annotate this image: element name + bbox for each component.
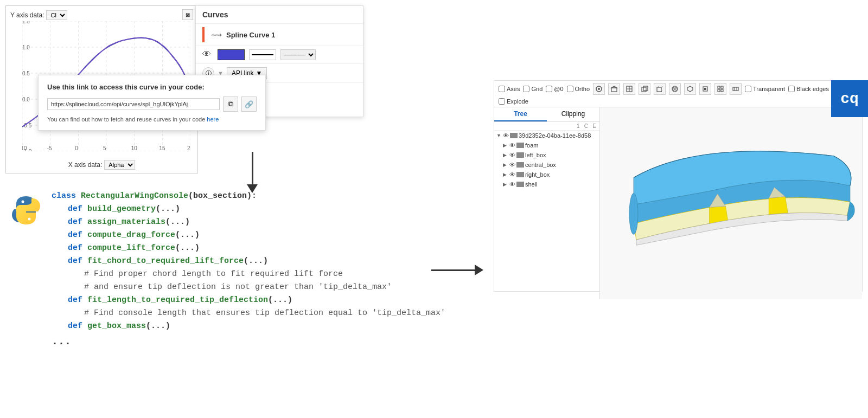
svg-rect-20 xyxy=(718,86,720,88)
viewer-tree-panel: Tree Clipping 1 C E ▼ 👁 39d2352e-04ba-11… xyxy=(494,107,600,299)
line-style-preview xyxy=(249,49,276,60)
explode-checkbox[interactable] xyxy=(499,98,505,105)
view-icon-4[interactable] xyxy=(639,83,650,95)
python-logo xyxy=(10,194,42,227)
svg-rect-4 xyxy=(611,88,617,92)
chevron-right-icon: ▶ xyxy=(503,172,508,177)
eye-icon: 👁 xyxy=(503,132,509,139)
code-line-6: def fit_chord_to_required_lift_force(...… xyxy=(52,255,445,268)
tab-clipping[interactable]: Clipping xyxy=(547,107,599,121)
svg-point-0 xyxy=(22,201,24,203)
wing-3d-svg xyxy=(600,107,862,299)
tree-item-label: right_box xyxy=(525,171,550,178)
keyword-class: class xyxy=(52,191,76,201)
eye-icon: 👁 xyxy=(509,181,515,188)
code-line-11: def get_box_mass(...) xyxy=(52,320,445,333)
chart-expand-button[interactable]: ⊠ xyxy=(182,9,193,20)
transparent-checkbox[interactable] xyxy=(745,86,751,92)
ortho-checkbox[interactable] xyxy=(567,86,573,92)
y-axis-select[interactable]: Cl xyxy=(46,10,67,20)
code-line-12: ... xyxy=(52,333,445,350)
axes-checkbox-label[interactable]: Axes xyxy=(499,86,520,92)
svg-rect-23 xyxy=(721,89,723,92)
view-icon-8[interactable] xyxy=(699,83,711,95)
visibility-eye-icon[interactable]: 👁 xyxy=(202,49,213,60)
code-line-4: def compute_drag_force(...) xyxy=(52,229,445,242)
explode-checkbox-label[interactable]: Explode xyxy=(499,98,528,105)
chevron-right-icon: ▶ xyxy=(503,143,508,148)
tree-item-root[interactable]: ▼ 👁 39d2352e-04ba-11ee-8d58 xyxy=(494,131,599,140)
svg-rect-11 xyxy=(657,87,661,92)
viewer-toolbar: Axes Grid @0 Ortho xyxy=(494,81,862,107)
black-edges-checkbox[interactable] xyxy=(788,86,795,92)
x-axis-label: X axis data: Alpha xyxy=(68,160,136,170)
svg-point-3 xyxy=(598,88,600,90)
curve-item: ⟿ Spline Curve 1 xyxy=(196,24,363,46)
curve-color-picker[interactable] xyxy=(218,49,245,60)
code-block: class RectangularWingConsole(box_section… xyxy=(52,190,445,350)
view-icon-9[interactable] xyxy=(714,83,726,95)
at0-checkbox-label[interactable]: @0 xyxy=(546,86,563,92)
svg-line-13 xyxy=(661,86,662,87)
at0-checkbox[interactable] xyxy=(546,86,552,92)
svg-marker-17 xyxy=(687,86,693,92)
code-line-2: def build_geometry(...) xyxy=(52,203,445,216)
transparent-checkbox-label[interactable]: Transparent xyxy=(745,86,785,92)
eye-icon: 👁 xyxy=(509,152,515,158)
svg-point-27 xyxy=(629,194,638,235)
api-popup-title: Use this link to access this curve in yo… xyxy=(47,83,257,91)
line-style-select[interactable]: ───── xyxy=(280,49,316,60)
eye-icon: 👁 xyxy=(509,171,515,178)
tree-cube-icon xyxy=(516,172,524,177)
curves-panel-title: Curves xyxy=(196,6,363,24)
tree-item-central-box[interactable]: ▶ 👁 central_box xyxy=(494,160,599,170)
api-url-input[interactable] xyxy=(47,98,220,110)
code-line-10: # Find console length that ensures tip d… xyxy=(52,307,445,320)
arrow-down xyxy=(247,152,258,193)
copy-icon[interactable]: ⧉ xyxy=(223,97,238,112)
code-line-5: def compute_lift_force(...) xyxy=(52,242,445,255)
link-icon[interactable]: 🔗 xyxy=(241,97,257,112)
axes-checkbox[interactable] xyxy=(499,86,505,92)
svg-rect-21 xyxy=(721,86,723,88)
view-icon-7[interactable] xyxy=(684,83,696,95)
curve-style-controls: 👁 ───── xyxy=(196,46,363,64)
tree-cube-icon xyxy=(516,182,524,187)
svg-marker-5 xyxy=(611,86,617,88)
x-axis-select[interactable]: Alpha xyxy=(104,160,135,170)
3d-canvas[interactable] xyxy=(600,107,862,299)
view-icon-10[interactable] xyxy=(730,83,742,95)
grid-checkbox-label[interactable]: Grid xyxy=(523,86,542,92)
view-icon-5[interactable] xyxy=(654,83,666,95)
tree-item-shell[interactable]: ▶ 👁 shell xyxy=(494,179,599,189)
tab-tree[interactable]: Tree xyxy=(494,107,547,121)
tree-item-left-box[interactable]: ▶ 👁 left_box xyxy=(494,150,599,160)
tree-cube-icon xyxy=(516,143,524,148)
ortho-checkbox-label[interactable]: Ortho xyxy=(567,86,590,92)
api-link-popup: Use this link to access this curve in yo… xyxy=(38,75,266,131)
3d-viewer-panel: Axes Grid @0 Ortho xyxy=(494,80,863,292)
cq-logo: cq xyxy=(831,80,868,117)
code-line-1: class RectangularWingConsole(box_section… xyxy=(52,190,445,203)
hint-link[interactable]: here xyxy=(207,116,219,123)
tree-item-label: shell xyxy=(525,181,538,188)
class-name: RectangularWingConsole xyxy=(81,191,188,201)
y-axis-label: Y axis data: Cl xyxy=(10,10,67,20)
view-icon-6[interactable] xyxy=(669,83,681,95)
svg-point-1 xyxy=(28,218,31,221)
api-url-row: ⧉ 🔗 xyxy=(47,97,257,112)
svg-rect-19 xyxy=(704,88,706,90)
grid-checkbox[interactable] xyxy=(523,86,529,92)
black-edges-checkbox-label[interactable]: Black edges xyxy=(788,86,829,92)
code-line-7: # Find proper chord length to fit requir… xyxy=(52,268,445,281)
eye-icon: 👁 xyxy=(509,142,515,149)
view-icon-2[interactable] xyxy=(608,83,620,95)
tree-item-right-box[interactable]: ▶ 👁 right_box xyxy=(494,170,599,179)
tree-item-foam[interactable]: ▶ 👁 foam xyxy=(494,140,599,150)
viewer-main: Tree Clipping 1 C E ▼ 👁 39d2352e-04ba-11… xyxy=(494,107,862,299)
chevron-right-icon: ▶ xyxy=(503,162,508,168)
view-icon-3[interactable] xyxy=(623,83,635,95)
api-popup-hint: You can find out how to fetch and reuse … xyxy=(47,116,257,123)
view-icon-1[interactable] xyxy=(593,83,605,95)
tree-cube-icon xyxy=(516,152,524,158)
